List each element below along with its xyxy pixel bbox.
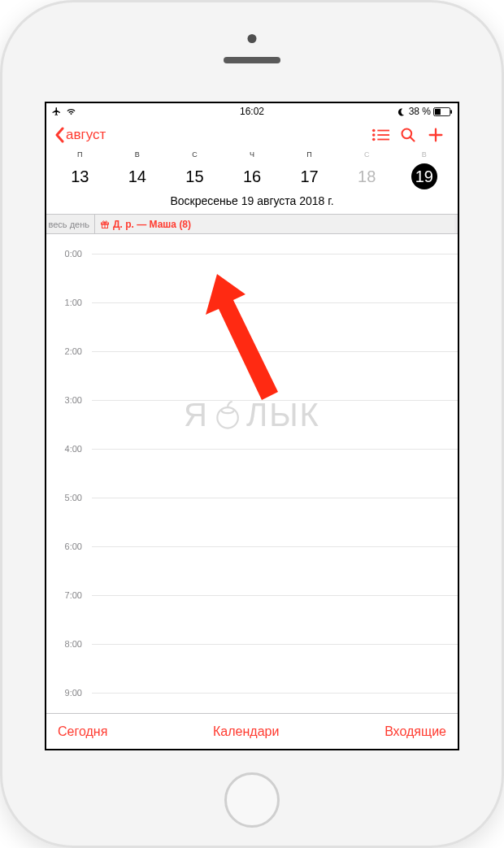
day-column[interactable]: П13 [51,150,109,189]
hour-line [92,351,458,352]
hour-label: 9:00 [46,688,87,698]
hour-label: 5:00 [46,493,87,502]
navigation-bar: август [46,120,458,150]
list-view-icon[interactable] [367,128,394,142]
calendars-button[interactable]: Календари [213,724,279,739]
day-column[interactable]: В19 [395,150,453,189]
back-label: август [66,127,106,143]
hour-line [92,302,458,303]
day-column[interactable]: Ч16 [224,150,281,189]
weekday-abbr: С [166,150,224,159]
hour-line [92,498,458,498]
all-day-event[interactable]: Д. р. — Маша (8) [95,215,458,233]
svg-rect-8 [377,139,389,141]
svg-rect-1 [435,108,441,114]
day-number: 13 [51,163,109,189]
weekday-abbr: В [395,150,453,159]
day-number: 16 [224,163,281,189]
hour-label: 1:00 [46,298,87,307]
hour-row: 8:00 [46,644,458,693]
weekday-abbr: В [109,150,167,159]
hour-label: 3:00 [46,395,87,405]
hour-label: 7:00 [46,590,87,600]
day-number: 18 [338,163,396,189]
timeline[interactable]: Я ЛЫК 0:001:002:003:004:005:006:007:008:… [46,234,458,713]
hour-line [92,644,458,645]
airplane-mode-icon [51,107,62,116]
hour-label: 8:00 [46,639,87,649]
svg-rect-4 [377,130,389,132]
day-number: 14 [109,163,167,189]
wifi-icon [65,107,77,116]
phone-camera [248,34,257,43]
svg-point-5 [372,133,376,137]
weekday-abbr: С [338,150,396,159]
svg-line-10 [411,137,415,141]
status-time: 16:02 [240,106,264,117]
hour-label: 6:00 [46,541,87,551]
hour-line [92,400,458,401]
search-icon[interactable] [394,127,422,143]
week-header: П13В14С15Ч16П17С18В19 [46,150,458,189]
hour-label: 2:00 [46,346,87,356]
hour-row: 2:00 [46,351,458,400]
phone-frame: 16:02 38 % август [0,0,504,848]
bottom-toolbar: Сегодня Календари Входящие [46,713,458,749]
day-number: 15 [166,163,224,189]
add-icon[interactable] [422,126,450,144]
hour-line [92,449,458,450]
hour-line [92,595,458,596]
hour-row: 4:00 [46,449,458,498]
hour-row: 5:00 [46,498,458,546]
hour-row: 9:00 [46,693,458,713]
svg-point-7 [372,138,376,141]
day-column[interactable]: С15 [166,150,224,189]
day-column[interactable]: В14 [109,150,167,189]
event-title: Д. р. — Маша (8) [113,219,191,230]
screen: 16:02 38 % август [45,102,459,750]
battery-percent: 38 % [409,106,431,117]
back-button[interactable]: август [54,127,106,143]
weekday-abbr: Ч [224,150,281,159]
all-day-label: весь день [46,215,95,233]
hour-row: 1:00 [46,302,458,351]
hour-row: 3:00 [46,400,458,449]
status-bar: 16:02 38 % [46,103,458,120]
day-number: 17 [280,163,338,189]
day-column[interactable]: П17 [280,150,338,189]
hour-label: 4:00 [46,444,87,454]
phone-speaker [224,57,280,63]
hour-label: 0:00 [46,249,87,259]
day-column[interactable]: С18 [338,150,396,189]
battery-icon [433,107,453,116]
weekday-abbr: П [280,150,338,159]
hour-row: 7:00 [46,595,458,644]
selected-date-label: Воскресенье 19 августа 2018 г. [46,189,458,215]
hour-line [92,254,458,254]
hour-line [92,693,458,694]
hour-row: 6:00 [46,546,458,595]
hour-line [92,546,458,547]
svg-point-3 [372,129,376,133]
svg-rect-6 [377,134,389,136]
today-button[interactable]: Сегодня [58,724,107,739]
svg-rect-2 [450,110,452,114]
do-not-disturb-icon [398,107,406,116]
inbox-button[interactable]: Входящие [385,724,446,739]
all-day-row: весь день Д. р. — Маша (8) [46,215,458,234]
day-number: 19 [411,163,437,189]
hour-row: 0:00 [46,254,458,302]
weekday-abbr: П [51,150,109,159]
gift-icon [100,220,110,229]
home-button[interactable] [224,772,280,828]
